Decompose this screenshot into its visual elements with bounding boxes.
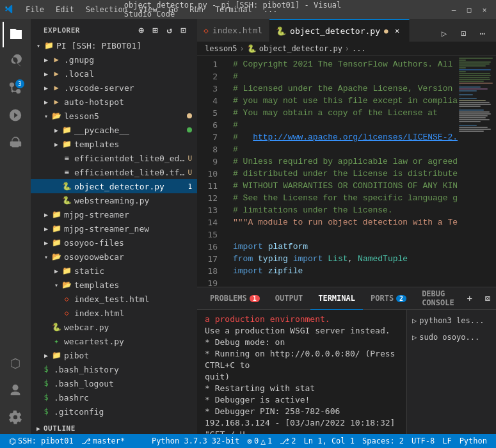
py-webcar-icon: 🐍 xyxy=(51,322,61,332)
tree-item-osoyoowebcar[interactable]: ▾ 📂 osoyoowebcar xyxy=(31,250,197,264)
cursor-position-item[interactable]: Ln 1, Col 1 xyxy=(300,434,358,448)
tree-label-gnupg: .gnupg xyxy=(64,55,94,65)
tree-label-vscode-server: .vscode-server xyxy=(64,83,134,93)
new-terminal-button[interactable]: + xyxy=(462,291,477,306)
git-changes-item[interactable]: ⎇ 2 xyxy=(276,434,300,448)
tree-label-mjpg-streamer-new: mjpg-streamer_new xyxy=(64,224,149,234)
refresh-button[interactable]: ↺ xyxy=(164,24,175,36)
git-changes-icon: ⎇ xyxy=(280,436,289,446)
tree-label-webcar: webcar.py xyxy=(64,323,109,332)
tree-item-local[interactable]: ▶ ▶ .local xyxy=(31,67,197,81)
terminal-line-3: * Debug mode: on xyxy=(205,337,399,348)
tree-label-local: .local xyxy=(64,69,94,79)
folder-templates1-icon: 📁 xyxy=(61,139,72,149)
split-editor-button[interactable]: ⊡ xyxy=(455,25,472,42)
terminal-session-python3[interactable]: ▷ python3 les... xyxy=(407,312,496,329)
statusbar: ⌬ SSH: pibot01 ⎇ master* Python 3.7.3 32… xyxy=(0,434,496,448)
tree-item-static[interactable]: ▶ 📁 static xyxy=(31,264,197,278)
tree-label-osoyoowebcar: osoyoowebcar xyxy=(64,252,124,262)
remote-status-item[interactable]: ⌬ SSH: pibot01 xyxy=(5,434,77,448)
minimize-button[interactable]: — xyxy=(447,3,460,16)
tree-item-lesson5[interactable]: ▾ 📂 lesson5 xyxy=(31,109,197,123)
panel-tab-ports[interactable]: PORTS 2 xyxy=(363,287,414,310)
tree-item-webstreaming[interactable]: 🐍 webstreaming.py xyxy=(31,193,197,207)
new-file-button[interactable]: ⊕ xyxy=(136,24,147,36)
breadcrumb-object-detector[interactable]: object_detector.py xyxy=(259,44,342,53)
search-activity-icon[interactable] xyxy=(3,49,28,74)
error-count-label: 0 xyxy=(254,436,259,445)
tree-item-gitconfig[interactable]: $ .gitconfig xyxy=(31,404,197,419)
dollar-bashrc-icon: $ xyxy=(41,392,51,403)
tree-item-mjpg-streamer[interactable]: ▶ 📁 mjpg-streamer xyxy=(31,207,197,221)
folder-static-icon: 📁 xyxy=(61,266,72,276)
remote-activity-icon[interactable] xyxy=(3,351,28,376)
tree-item-pibot[interactable]: ▶ 📁 pibot xyxy=(31,348,197,362)
tree-item-efficientdet[interactable]: ≡ efficientdet_lite0.tflite U xyxy=(31,165,197,179)
code-content[interactable]: # Copyright 2021 The TensorFlow Authors.… xyxy=(223,56,458,287)
explorer-activity-icon[interactable] xyxy=(3,22,28,47)
tree-item-vscode-server[interactable]: ▶ ▶ .vscode-server xyxy=(31,81,197,95)
maximize-button[interactable]: □ xyxy=(463,3,476,16)
tree-item-bashrc[interactable]: $ .bashrc xyxy=(31,390,197,404)
python-version-item[interactable]: Python 3.7.3 32-bit xyxy=(148,434,243,448)
run-debug-activity-icon[interactable] xyxy=(3,102,28,128)
settings-activity-icon[interactable] xyxy=(3,404,28,430)
account-activity-icon[interactable] xyxy=(3,378,28,403)
errors-item[interactable]: ⊗ 0 △ 1 xyxy=(243,434,276,448)
tree-label-efficientdet-edgetpu: efficientdet_lite0_edgetpu.tflite xyxy=(74,154,185,163)
menu-edit[interactable]: Edit xyxy=(51,4,79,15)
tree-section-outline[interactable]: ▶ OUTLINE xyxy=(31,421,197,434)
tree-item-index-test-html[interactable]: ◇ index_test.html xyxy=(31,292,197,306)
tree-item-auto-hotspot[interactable]: ▶ ▶ auto-hotspot xyxy=(31,95,197,109)
tab-close-button[interactable]: ✕ xyxy=(392,26,403,36)
tree-item-gnupg[interactable]: ▶ ▶ .gnupg xyxy=(31,52,197,67)
tree-item-efficientdet-edgetpu[interactable]: ≡ efficientdet_lite0_edgetpu.tflite U xyxy=(31,151,197,165)
tree-item-pycache[interactable]: ▶ 📁 __pycache__ xyxy=(31,123,197,137)
git-branch-item[interactable]: ⎇ master* xyxy=(77,434,129,448)
panel-tab-problems[interactable]: PROBLEMS 1 xyxy=(202,287,268,310)
tflite-edgetpu-icon: ≡ xyxy=(61,153,72,163)
tree-item-templates-osoyoowebcar[interactable]: ▾ 📂 templates xyxy=(31,278,197,292)
tree-item-bash-logout[interactable]: $ .bash_logout xyxy=(31,376,197,390)
tree-item-pi-root[interactable]: ▾ 📁 PI [SSH: PIBOT01] xyxy=(31,38,197,52)
breadcrumb-lesson5[interactable]: lesson5 xyxy=(205,44,237,53)
panel-tab-debug-console[interactable]: DEBUG CONSOLE xyxy=(414,287,462,310)
tree-item-templates-lesson5[interactable]: ▶ 📁 templates xyxy=(31,137,197,151)
tree-item-mjpg-streamer-new[interactable]: ▶ 📁 mjpg-streamer_new xyxy=(31,221,197,236)
extensions-activity-icon[interactable] xyxy=(3,129,28,155)
terminal-session-sudo[interactable]: ▷ sudo osoyo... xyxy=(407,329,496,346)
tree-label-object-detector: object_detector.py xyxy=(74,182,164,191)
folder-templates2-icon: 📂 xyxy=(61,280,72,290)
tree-item-webcar[interactable]: 🐍 webcar.py xyxy=(31,320,197,334)
badge-edgetpu: U xyxy=(185,154,192,163)
new-folder-button[interactable]: ⊞ xyxy=(150,24,161,36)
tree-item-bash-history[interactable]: $ .bash_history xyxy=(31,362,197,376)
sidebar: EXPLORER ⊕ ⊞ ↺ ⊡ ▾ 📁 PI [SSH: PIBOT01] ▶… xyxy=(31,19,197,434)
source-control-badge: 3 xyxy=(15,79,24,88)
close-button[interactable]: ✕ xyxy=(478,3,491,16)
kill-terminal-button[interactable]: ⊠ xyxy=(480,291,495,306)
tree-item-webartest[interactable]: ✦ wecartest.py xyxy=(31,334,197,348)
terminal-line-7: * Debugger is active! xyxy=(205,394,399,406)
tab-object-detector-py[interactable]: 🐍 object_detector.py ● ✕ xyxy=(269,19,410,42)
breadcrumb-more[interactable]: ... xyxy=(352,44,366,53)
tree-item-object-detector[interactable]: 🐍 object_detector.py 1 xyxy=(31,179,197,193)
language-mode-label: Python xyxy=(460,436,487,445)
panel-tab-output[interactable]: OUTPUT xyxy=(268,287,310,310)
menu-file[interactable]: File xyxy=(20,4,49,15)
indentation-item[interactable]: Spaces: 2 xyxy=(358,434,408,448)
panel-tab-terminal[interactable]: TERMINAL xyxy=(310,287,363,310)
terminal-content[interactable]: a production environment. Use a producti… xyxy=(197,310,406,434)
language-mode-item[interactable]: Python xyxy=(456,434,491,448)
tab-index-html[interactable]: ◇ index.html xyxy=(197,19,269,42)
source-control-activity-icon[interactable]: 3 xyxy=(3,76,28,101)
more-actions-button[interactable]: ⋯ xyxy=(474,25,491,42)
tflite-icon: ≡ xyxy=(61,167,72,177)
tree-item-index-html[interactable]: ◇ index.html xyxy=(31,306,197,320)
collapse-all-button[interactable]: ⊡ xyxy=(178,24,189,36)
line-ending-item[interactable]: LF xyxy=(438,434,455,448)
encoding-item[interactable]: UTF-8 xyxy=(408,434,438,448)
window-title: object_detector.py - pi [SSH: pibot01] -… xyxy=(124,1,372,19)
tree-item-osoyoo-files[interactable]: ▶ 📁 osoyoo-files xyxy=(31,236,197,250)
run-file-button[interactable]: ▷ xyxy=(436,25,452,42)
